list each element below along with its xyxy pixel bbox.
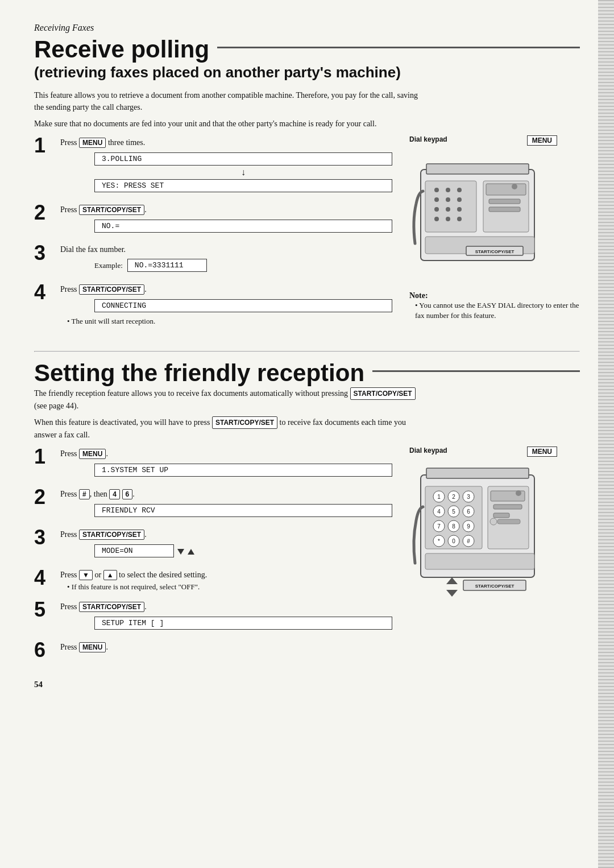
svg-point-4: [446, 188, 450, 192]
step-4: 4 Press START/COPY/SET. CONNECTING The u…: [34, 282, 392, 326]
svg-point-10: [446, 207, 450, 212]
section1-subtitle: (retrieving faxes placed on another part…: [34, 64, 580, 81]
svg-point-19: [512, 184, 517, 189]
s2-step-2-text: Press #, then 4 6.: [60, 489, 392, 499]
step-2-displays: NO.=: [60, 217, 392, 235]
step-3-example-label: Example:: [94, 261, 123, 270]
step-1-content: Press MENU three times. 3.POLLING ↓ YES:…: [60, 135, 392, 195]
key-4: 4: [109, 489, 120, 499]
svg-text:8: 8: [452, 523, 455, 530]
fax-labels-1: Dial keypad MENU: [409, 135, 557, 146]
s2-step-3: 3 Press START/COPY/SET. MODE=ON: [34, 527, 392, 560]
s2-step-1-content: Press MENU. 1.SYSTEM SET UP: [60, 447, 392, 479]
s2-step-4-text: Press ▼ or ▲ to select the desired setti…: [60, 570, 392, 580]
svg-rect-1: [426, 164, 529, 174]
fax-machine-svg-1: START/COPY/SET: [409, 147, 563, 283]
svg-text:#: #: [467, 538, 470, 544]
svg-rect-24: [426, 468, 529, 478]
step-3: 3 Dial the fax number. Example: NO.=3331…: [34, 243, 392, 274]
svg-text:START/COPY/SET: START/COPY/SET: [475, 584, 515, 589]
s2-display-3a: MODE=ON: [94, 544, 174, 557]
dial-keypad-label-1: Dial keypad: [409, 135, 447, 143]
display-3a: NO.=3331111: [127, 259, 207, 272]
dial-keypad-label-2: Dial keypad: [409, 447, 447, 454]
svg-text:2: 2: [452, 494, 455, 500]
section2-title: Setting the friendly reception: [34, 360, 364, 386]
s2-step-2-displays: FRIENDLY RCV: [60, 502, 392, 519]
svg-point-55: [490, 518, 497, 525]
display-1b: YES: PRESS SET: [94, 179, 392, 192]
s2-step-3-displays: MODE=ON: [60, 542, 392, 560]
section2-steps-area: 1 Press MENU. 1.SYSTEM SET UP 2 Press #,…: [34, 447, 580, 668]
s2-step-1-displays: 1.SYSTEM SET UP: [60, 461, 392, 479]
step-2-text: Press START/COPY/SET.: [60, 205, 392, 215]
display-1a: 3.POLLING: [94, 152, 392, 166]
svg-point-12: [434, 217, 439, 221]
svg-text:1: 1: [437, 494, 441, 500]
decorative-edge: [598, 0, 614, 868]
section1-note: Note: You cannot use the EASY DIAL direc…: [409, 291, 580, 321]
note-title-1: Note:: [409, 291, 580, 300]
svg-text:0: 0: [452, 538, 455, 544]
section2-body1: The friendly reception feature allows yo…: [34, 387, 421, 412]
step-4-displays: CONNECTING: [60, 297, 392, 315]
step-3-text: Dial the fax number.: [60, 245, 392, 254]
step-2: 2 Press START/COPY/SET. NO.=: [34, 202, 392, 235]
s2-step-1: 1 Press MENU. 1.SYSTEM SET UP: [34, 447, 392, 479]
s2-step-5-num: 5: [34, 600, 55, 620]
svg-rect-18: [489, 207, 520, 212]
display-4a: CONNECTING: [94, 299, 392, 312]
svg-text:5: 5: [452, 509, 455, 515]
s2-step-4-num: 4: [34, 568, 55, 588]
step-1-num: 1: [34, 135, 55, 156]
svg-point-14: [457, 217, 462, 221]
mode-row: MODE=ON: [94, 542, 392, 560]
svg-text:9: 9: [467, 523, 470, 530]
svg-rect-56: [497, 519, 520, 524]
svg-rect-16: [486, 184, 526, 195]
start-key-4: START/COPY/SET: [79, 284, 144, 295]
svg-marker-59: [446, 590, 458, 597]
svg-point-3: [434, 188, 439, 192]
s2-step-4-bullet: If this feature is not required, select …: [67, 582, 392, 592]
menu-button-label-1: MENU: [527, 135, 557, 146]
fax-illustration-2: Dial keypad MENU 1 2 3 4 5 6: [409, 447, 580, 668]
svg-point-9: [434, 207, 439, 212]
s2-step-3-content: Press START/COPY/SET. MODE=ON: [60, 527, 392, 560]
step-4-text: Press START/COPY/SET.: [60, 284, 392, 295]
section1-steps-left: 1 Press MENU three times. 3.POLLING ↓ YE…: [34, 135, 392, 334]
fax-machine-svg-2: 1 2 3 4 5 6 7 8 9 * 0 #: [409, 458, 563, 606]
fax-illustration-1: Dial keypad MENU: [409, 135, 580, 334]
note-bullet-1: You cannot use the EASY DIAL directory t…: [415, 300, 580, 321]
section-divider: [34, 351, 580, 352]
s2-step-3-num: 3: [34, 527, 55, 548]
start-key-2: START/COPY/SET: [79, 205, 144, 215]
s2-step-5: 5 Press START/COPY/SET. SETUP ITEM [ ]: [34, 600, 392, 632]
s2-step-4: 4 Press ▼ or ▲ to select the desired set…: [34, 568, 392, 592]
display-2a: NO.=: [94, 220, 392, 233]
s2-step-3-text: Press START/COPY/SET.: [60, 530, 392, 540]
s2-step-6: 6 Press MENU.: [34, 640, 392, 660]
svg-text:3: 3: [467, 494, 470, 500]
section1-title-row: Receive polling: [34, 36, 580, 64]
step-2-content: Press START/COPY/SET. NO.=: [60, 202, 392, 235]
menu-button-label-2: MENU: [527, 447, 557, 457]
s2-step-5-displays: SETUP ITEM [ ]: [60, 614, 392, 632]
svg-point-7: [446, 197, 450, 202]
hash-key: #: [79, 489, 90, 499]
section2-body2: When this feature is deactivated, you wi…: [34, 416, 421, 441]
inline-key-2: START/COPY/SET: [212, 416, 277, 429]
s2-step-2-num: 2: [34, 487, 55, 507]
step-2-num: 2: [34, 202, 55, 223]
section1-title: Receive polling: [34, 36, 209, 63]
svg-point-5: [457, 188, 462, 192]
svg-point-8: [457, 197, 462, 202]
s2-display-1a: 1.SYSTEM SET UP: [94, 464, 392, 477]
step-3-content: Dial the fax number. Example: NO.=333111…: [60, 243, 392, 274]
title-rule-2: [372, 370, 580, 372]
svg-rect-57: [425, 553, 534, 569]
s2-step-6-num: 6: [34, 640, 55, 660]
svg-rect-54: [493, 513, 509, 518]
svg-text:6: 6: [467, 509, 470, 515]
svg-text:4: 4: [437, 509, 441, 515]
